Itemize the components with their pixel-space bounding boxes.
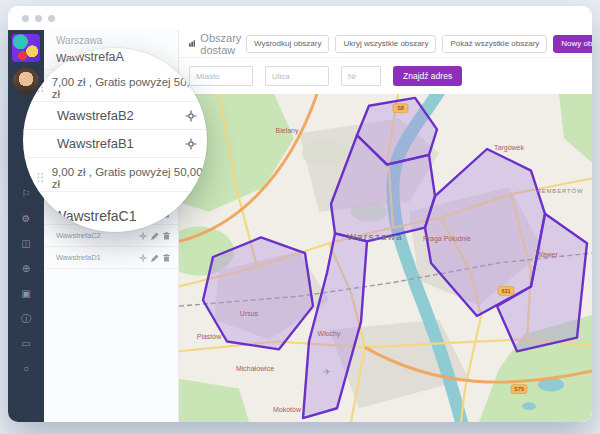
window-dot-icon[interactable] [35,15,42,22]
map-label: Targówek [494,144,524,152]
map-label: Mokotów [273,406,302,413]
map-label: Włochy [318,330,341,338]
map-canvas[interactable]: Bielany Targówek Warszawa Praga Południe… [179,94,592,422]
address-search: Znajdź adres [189,66,582,88]
drag-handle-icon[interactable] [37,172,44,183]
magnified-price-row[interactable]: 9,00 zł , Gratis powyżej 50,00 zł [23,164,207,192]
monitor-icon[interactable]: ◫ [21,238,30,249]
road-shield-label: S8 [397,105,404,111]
info-icon[interactable]: ⓘ [21,313,31,324]
map-label: Warszawa [347,231,403,242]
magnified-price-row[interactable]: 7,00 zł , Gratis powyżej 50,00 zł [23,74,207,102]
window-titlebar [8,6,592,30]
areas-icon [189,38,195,49]
user-avatar[interactable] [13,68,39,94]
page-title: Obszary dostaw [189,32,246,56]
flag-icon[interactable]: ⚐ [22,188,31,199]
locate-icon[interactable] [185,110,197,122]
edit-icon[interactable] [151,232,159,240]
delete-icon[interactable] [163,254,170,262]
road-shield-label: S79 [514,386,524,392]
edit-icon[interactable] [151,254,159,262]
lake [522,402,536,410]
road-shield-label: 631 [501,288,510,294]
status-icon[interactable]: ○ [23,363,29,374]
zone-list-item[interactable]: WawstrefaD1 [44,247,178,269]
map[interactable]: Bielany Targówek Warszawa Praga Południe… [179,94,592,422]
map-label: Ursus [240,310,259,317]
number-input[interactable] [341,66,381,86]
map-label: Piastów [197,334,222,341]
street-input[interactable] [265,66,329,86]
map-label: REMBERTÓW [537,188,584,194]
city-input[interactable] [189,66,253,86]
magnified-zone-row[interactable]: WawstrefaB2 [23,102,207,130]
globe-icon[interactable]: ⊕ [22,263,30,274]
new-delivery-area-button[interactable]: Nowy obszar dostawy [553,35,592,53]
zone-name: WawstrefaC2 [56,231,101,240]
delete-icon[interactable] [163,232,170,240]
hide-all-areas-button[interactable]: Ukryj wszystkie obszary [335,35,436,53]
zone-name: WawstrefaD1 [56,253,101,262]
app-logo[interactable] [12,34,40,62]
main-content: Obszary dostaw Wyśrodkuj obszary Ukryj w… [179,30,592,422]
locate-icon[interactable] [139,254,147,262]
show-all-areas-button[interactable]: Pokaż wszystkie obszary [442,35,547,53]
find-address-button[interactable]: Znajdź adres [393,66,462,86]
window-dot-icon[interactable] [48,15,55,22]
map-label: Praga Południe [423,235,471,243]
city-label: Warszawa [56,35,102,46]
magnifier-overlay: WawstrefaA 7,00 zł , Gratis powyżej 50,0… [23,48,207,232]
window-dot-icon[interactable] [22,15,29,22]
desktop-background: ⚐ ⚙ ◫ ⊕ ▣ ⓘ ▭ ○ Warszawa WawstrefaA [0,0,600,434]
airport-icon: ✈ [323,367,331,377]
map-label: Michałowice [236,365,274,372]
magnified-zone-row[interactable]: WawstrefaB1 [23,130,207,158]
map-label: Wawer [536,251,558,258]
document-icon[interactable]: ▭ [21,338,30,349]
center-areas-button[interactable]: Wyśrodkuj obszary [246,35,330,53]
locate-icon[interactable] [185,138,197,150]
settings-icon[interactable]: ⚙ [22,213,31,224]
map-label: Bielany [276,127,299,135]
toolbar: Obszary dostaw Wyśrodkuj obszary Ukryj w… [179,30,592,58]
locate-icon[interactable] [139,232,147,240]
modules-icon[interactable]: ▣ [21,288,30,299]
